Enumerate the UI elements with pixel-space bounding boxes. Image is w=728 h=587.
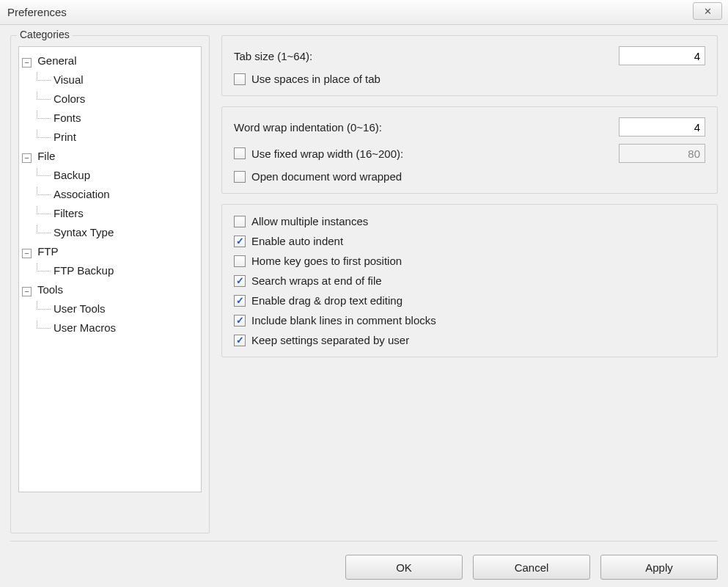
window-title: Preferences	[7, 6, 67, 18]
tree-item-association[interactable]: Association	[37, 185, 198, 204]
wrap-indent-label: Word wrap indentation (0~16):	[234, 121, 619, 134]
tree-label: Filters	[54, 207, 84, 219]
checkbox-icon[interactable]	[234, 335, 246, 346]
tree-children-general: Visual Colors Fonts Print	[22, 70, 198, 147]
checkbox-label: Include blank lines in comment blocks	[251, 314, 436, 327]
options-panel: Allow multiple instances Enable auto ind…	[221, 204, 718, 357]
tree-label: Syntax Type	[54, 226, 114, 238]
close-icon: ✕	[704, 6, 712, 17]
tree-item-print[interactable]: Print	[37, 128, 198, 147]
categories-group: Categories − General Visual Colors Fonts…	[10, 35, 210, 533]
categories-tree[interactable]: − General Visual Colors Fonts Print − Fi…	[18, 46, 202, 492]
checkbox-icon[interactable]	[234, 147, 246, 159]
checkbox-icon[interactable]	[234, 73, 246, 85]
tree-label: General	[37, 54, 76, 67]
wrap-indent-row: Word wrap indentation (0~16):	[234, 117, 705, 136]
categories-label: Categories	[17, 29, 73, 40]
minus-icon[interactable]: −	[22, 58, 32, 68]
tree-item-file[interactable]: − File	[22, 147, 198, 166]
tree-label: Print	[54, 131, 76, 143]
opt-keep-settings[interactable]: Keep settings separated by user	[234, 334, 705, 346]
tree-children-tools: User Tools User Macros	[22, 299, 198, 338]
preferences-window: Preferences ✕ Categories − General Visua…	[0, 0, 728, 587]
tree-label: Association	[54, 188, 110, 200]
checkbox-icon[interactable]	[234, 295, 246, 307]
checkbox-icon[interactable]	[234, 275, 246, 287]
tree-item-ftp[interactable]: − FTP	[22, 242, 198, 261]
close-button[interactable]: ✕	[693, 2, 722, 20]
checkbox-icon[interactable]	[234, 255, 246, 267]
checkbox-label: Home key goes to first position	[251, 255, 402, 267]
tree-label: Backup	[54, 169, 90, 181]
fixed-width-check[interactable]: Use fixed wrap width (16~200):	[234, 147, 619, 160]
tab-size-label: Tab size (1~64):	[234, 50, 619, 62]
tree-item-ftp-backup[interactable]: FTP Backup	[37, 261, 198, 280]
tab-panel: Tab size (1~64): Use spaces in place of …	[221, 35, 718, 96]
wrap-panel: Word wrap indentation (0~16): Use fixed …	[221, 106, 718, 194]
opt-blank-lines[interactable]: Include blank lines in comment blocks	[234, 314, 705, 327]
fixed-width-row: Use fixed wrap width (16~200):	[234, 144, 705, 163]
tree-item-general[interactable]: − General	[22, 51, 198, 70]
client-area: Categories − General Visual Colors Fonts…	[0, 25, 728, 587]
checkbox-icon[interactable]	[234, 216, 246, 227]
settings-column: Tab size (1~64): Use spaces in place of …	[221, 35, 718, 533]
checkbox-icon[interactable]	[234, 236, 246, 247]
tree-item-user-macros[interactable]: User Macros	[37, 318, 198, 338]
tree-item-fonts[interactable]: Fonts	[37, 109, 198, 128]
tree-item-syntax-type[interactable]: Syntax Type	[37, 223, 198, 242]
opt-multi[interactable]: Allow multiple instances	[234, 215, 705, 227]
opt-home-key[interactable]: Home key goes to first position	[234, 255, 705, 267]
fixed-width-input	[619, 144, 705, 163]
cancel-button[interactable]: Cancel	[473, 555, 590, 580]
opt-drag-drop[interactable]: Enable drag & drop text editing	[234, 294, 705, 307]
checkbox-label: Open document word wrapped	[251, 170, 402, 183]
checkbox-label: Enable auto indent	[251, 235, 343, 247]
tree-item-filters[interactable]: Filters	[37, 204, 198, 223]
opt-auto-indent[interactable]: Enable auto indent	[234, 235, 705, 247]
tree-label: FTP Backup	[54, 264, 114, 277]
tree-children-ftp: FTP Backup	[22, 261, 198, 280]
checkbox-label: Allow multiple instances	[251, 215, 368, 227]
checkbox-label: Keep settings separated by user	[251, 334, 409, 346]
tree-label: User Tools	[54, 302, 106, 315]
checkbox-label: Search wraps at end of file	[251, 274, 382, 287]
tab-size-row: Tab size (1~64):	[234, 46, 705, 65]
tab-size-input[interactable]	[619, 46, 705, 65]
wrap-indent-input[interactable]	[619, 117, 705, 136]
tree-label: User Macros	[54, 321, 116, 334]
tree-item-tools[interactable]: − Tools	[22, 280, 198, 299]
checkbox-label: Use spaces in place of tab	[251, 73, 380, 85]
minus-icon[interactable]: −	[22, 249, 32, 258]
tree-children-file: Backup Association Filters Syntax Type	[22, 166, 198, 242]
tree-label: Visual	[54, 73, 84, 86]
ok-button[interactable]: OK	[345, 555, 463, 580]
opt-search-wraps[interactable]: Search wraps at end of file	[234, 274, 705, 287]
tree-label: FTP	[37, 245, 58, 258]
main-row: Categories − General Visual Colors Fonts…	[10, 35, 718, 533]
titlebar: Preferences ✕	[0, 0, 728, 25]
tree-label: Colors	[54, 92, 85, 105]
use-spaces-row[interactable]: Use spaces in place of tab	[234, 73, 705, 85]
tree-label: File	[37, 150, 55, 162]
separator	[10, 541, 718, 542]
button-row: OK Cancel Apply	[10, 549, 718, 580]
open-wrapped-row[interactable]: Open document word wrapped	[234, 170, 705, 183]
tree-label: Tools	[37, 283, 63, 296]
checkbox-label: Enable drag & drop text editing	[251, 294, 402, 307]
checkbox-label: Use fixed wrap width (16~200):	[251, 147, 403, 160]
tree-label: Fonts	[54, 112, 81, 124]
apply-button[interactable]: Apply	[600, 555, 718, 580]
tree-item-colors[interactable]: Colors	[37, 90, 198, 109]
minus-icon[interactable]: −	[22, 287, 32, 296]
tree-item-backup[interactable]: Backup	[37, 166, 198, 185]
checkbox-icon[interactable]	[234, 315, 246, 327]
tree-item-user-tools[interactable]: User Tools	[37, 299, 198, 318]
tree-item-visual[interactable]: Visual	[37, 70, 198, 90]
minus-icon[interactable]: −	[22, 153, 32, 163]
checkbox-icon[interactable]	[234, 171, 246, 183]
